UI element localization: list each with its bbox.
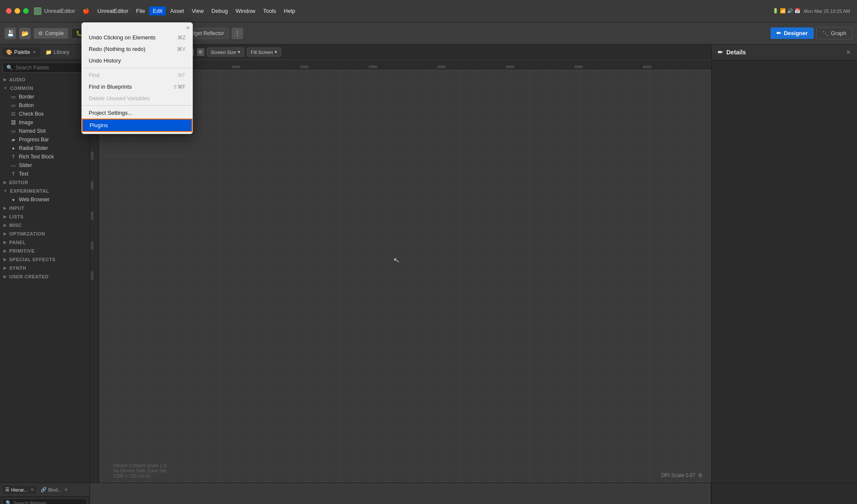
arrow-icon: ▶ xyxy=(3,180,7,185)
traffic-lights xyxy=(6,8,29,14)
category-experimental[interactable]: ▼ EXPERIMENTAL xyxy=(0,187,90,195)
menu-app[interactable]: UnrealEditor xyxy=(94,6,132,15)
menu-edit[interactable]: Edit xyxy=(149,6,165,15)
menu-project-settings[interactable]: Project Settings... xyxy=(82,107,192,119)
details-bottom xyxy=(711,483,857,504)
palette-item-button[interactable]: ▭ Button xyxy=(0,101,90,110)
tab-palette[interactable]: 🎨 Palette ✕ xyxy=(3,48,40,57)
dropdown-close-button[interactable]: ✕ xyxy=(186,25,190,31)
menu-asset[interactable]: Asset xyxy=(167,6,188,15)
dropdown-separator xyxy=(82,105,192,106)
menu-bar: 🍎 UnrealEditor File Edit Asset View Debu… xyxy=(79,0,299,22)
dpi-badge: DPI Scale 0.67 ⚙ xyxy=(661,472,703,478)
dpi-settings-icon[interactable]: ⚙ xyxy=(698,472,703,478)
palette-item-checkbox[interactable]: ☑ Check Box xyxy=(0,110,90,118)
menu-tools[interactable]: Tools xyxy=(260,6,279,15)
hierarchy-search-input[interactable] xyxy=(13,501,84,504)
category-optimization[interactable]: ▶ OPTIMIZATION xyxy=(0,230,90,238)
chevron-icon: ▾ xyxy=(238,49,240,55)
menu-redo[interactable]: Redo (Nothing to redo) ⌘Y xyxy=(82,43,192,55)
arrow-icon: ▶ xyxy=(3,257,7,262)
menu-undo-click[interactable]: Undo Clicking on Elements ⌘Z xyxy=(82,32,192,43)
richtext-icon: T xyxy=(10,154,16,159)
palette-item-named-slot[interactable]: ▭ Named Slot xyxy=(0,127,90,135)
webbrowser-icon: ● xyxy=(10,197,16,202)
tab-library[interactable]: 📁 Library xyxy=(42,48,73,57)
hier-tab-close[interactable]: ✕ xyxy=(30,487,34,492)
category-user-created[interactable]: ▶ USER CREATED xyxy=(0,272,90,281)
menu-delete-vars: Delete Unused Variables xyxy=(82,92,192,104)
more-options-button[interactable]: ⋮ xyxy=(231,27,243,39)
category-synth[interactable]: ▶ SYNTH xyxy=(0,264,90,272)
app-icon: 🎮 xyxy=(34,7,42,15)
details-close-button[interactable]: ✕ xyxy=(846,49,851,56)
screen-size-button[interactable]: Screen Size ▾ xyxy=(207,48,244,57)
palette-search-box[interactable]: 🔍 xyxy=(3,63,87,73)
category-primitive[interactable]: ▶ PRIMITIVE xyxy=(0,247,90,255)
close-button[interactable] xyxy=(6,8,12,14)
minimize-button[interactable] xyxy=(15,8,20,14)
menu-help[interactable]: Help xyxy=(280,6,299,15)
category-lists[interactable]: ▶ LISTS xyxy=(0,212,90,221)
menu-debug[interactable]: Debug xyxy=(208,6,231,15)
details-panel: ✏ Details ✕ xyxy=(711,45,857,483)
category-misc[interactable]: ▶ MISC xyxy=(0,221,90,230)
palette-item-slider[interactable]: — Slider xyxy=(0,161,90,170)
graph-icon: ⋱ xyxy=(823,30,828,36)
palette-tabs: 🎨 Palette ✕ 📁 Library xyxy=(0,45,90,60)
palette-item-rich-text[interactable]: T Rich Text Block xyxy=(0,152,90,161)
bind-tab-close[interactable]: ✕ xyxy=(64,487,68,492)
palette-item-border[interactable]: ▭ Border xyxy=(0,92,90,101)
tab-bindings[interactable]: 🔗 Bind... ✕ xyxy=(38,486,70,494)
edit-dropdown-menu: ✕ Undo Clicking on Elements ⌘Z Redo (Not… xyxy=(81,22,193,134)
menu-file[interactable]: File xyxy=(133,6,149,15)
palette-item-image[interactable]: 🖼 Image xyxy=(0,118,90,127)
palette-tab-close[interactable]: ✕ xyxy=(32,50,37,54)
save-button[interactable]: 💾 xyxy=(4,27,16,39)
menu-undo-history[interactable]: Undo History xyxy=(82,55,192,66)
menu-find-blueprints[interactable]: Find in Blueprints ⇧⌘F xyxy=(82,81,192,92)
menu-window[interactable]: Window xyxy=(232,6,259,15)
arrow-icon: ▶ xyxy=(3,249,7,253)
arrow-icon: ▶ xyxy=(3,232,7,236)
palette-item-radial-slider[interactable]: ● Radial Slider xyxy=(0,144,90,152)
border-icon: ▭ xyxy=(10,94,16,100)
category-audio[interactable]: ▶ AUDIO xyxy=(0,75,90,84)
menu-apple[interactable]: 🍎 xyxy=(79,6,93,15)
search-icon: 🔍 xyxy=(6,500,12,504)
text-icon: T xyxy=(10,171,16,176)
settings-icon[interactable]: ⚙ xyxy=(197,48,204,56)
hierarchy-search[interactable]: 🔍 xyxy=(3,498,87,504)
arrow-icon: ▶ xyxy=(3,215,7,219)
palette-search-input[interactable] xyxy=(15,65,83,71)
arrow-icon: ▶ xyxy=(3,223,7,227)
palette-item-web-browser[interactable]: ● Web Browser xyxy=(0,195,90,204)
category-editor[interactable]: ▶ EDITOR xyxy=(0,178,90,187)
image-icon: 🖼 xyxy=(10,120,16,125)
menu-view[interactable]: View xyxy=(188,6,207,15)
menu-plugins[interactable]: Plugins xyxy=(82,119,192,132)
radialslider-icon: ● xyxy=(10,146,16,151)
arrow-icon: ▶ xyxy=(3,240,7,245)
arrow-icon: ▼ xyxy=(3,86,7,90)
arrow-icon: ▼ xyxy=(3,189,7,193)
library-icon: 📁 xyxy=(45,49,52,55)
palette-item-text[interactable]: T Text xyxy=(0,170,90,178)
sys-icons: 🔋 📶 🔊 📅 xyxy=(773,8,800,14)
category-special-effects[interactable]: ▶ SPECIAL EFFECTS xyxy=(0,255,90,264)
category-input[interactable]: ▶ INPUT xyxy=(0,204,90,212)
palette-item-progress-bar[interactable]: ▰ Progress Bar xyxy=(0,135,90,144)
title-bar: 🎮 UnrealEditor 🍎 UnrealEditor File Edit … xyxy=(0,0,857,22)
fullscreen-button[interactable] xyxy=(23,8,29,14)
fill-screen-button[interactable]: Fill Screen ▾ xyxy=(247,48,281,57)
arrow-icon: ▶ xyxy=(3,206,7,210)
compile-button[interactable]: ⚙ Compile xyxy=(33,28,69,39)
tab-hierarchy[interactable]: ☰ Hierar... ✕ xyxy=(3,486,36,494)
graph-button[interactable]: ⋱ Graph xyxy=(816,27,853,39)
category-panel[interactable]: ▶ PANEL xyxy=(0,238,90,247)
category-common[interactable]: ▼ COMMON xyxy=(0,84,90,92)
hierarchy-tabs: ☰ Hierar... ✕ 🔗 Bind... ✕ xyxy=(0,483,90,497)
browse-button[interactable]: 📂 xyxy=(19,27,31,39)
designer-button[interactable]: ✏ Designer xyxy=(770,27,814,39)
pencil-icon: ✏ xyxy=(718,49,723,56)
